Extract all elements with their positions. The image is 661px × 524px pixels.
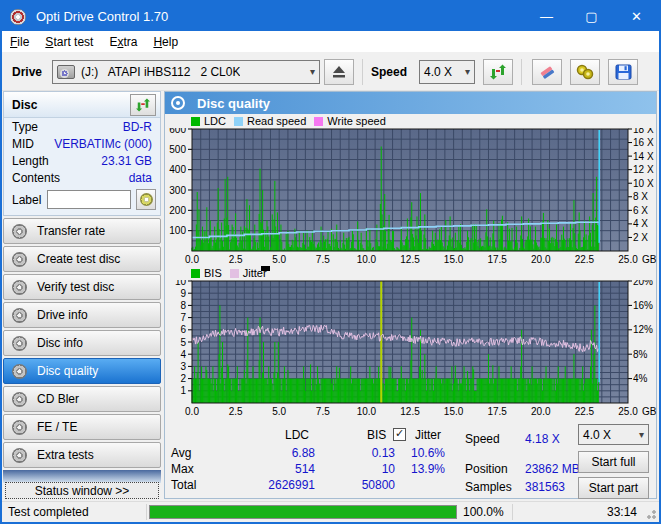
svg-text:8: 8 xyxy=(180,300,186,311)
drive-select-value: (J:) ATAPI iHBS112 2 CL0K xyxy=(81,65,240,79)
resize-grip[interactable] xyxy=(644,507,656,519)
disc-icon xyxy=(12,308,27,323)
refresh-arrows-icon xyxy=(136,98,150,112)
svg-text:1: 1 xyxy=(180,385,186,396)
sidebar-item-transfer-rate[interactable]: Transfer rate xyxy=(3,218,161,244)
avg-jitter: 10.6% xyxy=(385,446,445,460)
chevron-down-icon: ▾ xyxy=(459,66,470,77)
disc-icon xyxy=(12,224,27,239)
disc-icon xyxy=(12,448,27,463)
svg-text:200: 200 xyxy=(169,205,186,216)
ldc-legend-swatch xyxy=(191,117,200,126)
app-window: Opti Drive Control 1.70 — ▢ ✕ File Start… xyxy=(0,0,661,524)
drive-select[interactable]: (J:) ATAPI iHBS112 2 CL0K ▾ xyxy=(52,60,320,84)
read-speed-legend-swatch xyxy=(234,117,243,126)
sidebar-item-extra-tests[interactable]: Extra tests xyxy=(3,442,161,468)
save-button[interactable] xyxy=(608,59,638,85)
menu-file[interactable]: File xyxy=(2,32,37,52)
disc-icon xyxy=(171,96,185,110)
sidebar-item-drive-info[interactable]: Drive info xyxy=(3,302,161,328)
jitter-checkbox[interactable] xyxy=(393,428,406,441)
legend-artifact-marker xyxy=(261,266,270,271)
sidebar-item-disc-info[interactable]: Disc info xyxy=(3,330,161,356)
sidebar-item-disc-quality[interactable]: Disc quality xyxy=(3,358,161,384)
svg-text:12%: 12% xyxy=(633,324,653,335)
disc-panel-title: Disc xyxy=(12,98,130,112)
sidebar-item-cd-bler[interactable]: CD Bler xyxy=(3,386,161,412)
svg-text:2 X: 2 X xyxy=(633,232,648,243)
progress-bar-fill xyxy=(150,506,456,518)
jitter-column-header: Jitter xyxy=(415,428,441,442)
speed-select-value: 4.0 X xyxy=(424,65,452,79)
sidebar-item-fe-te[interactable]: FE / TE xyxy=(3,414,161,440)
write-label-button[interactable] xyxy=(136,189,156,210)
disc-mid-label: MID xyxy=(12,137,34,151)
close-button[interactable]: ✕ xyxy=(614,2,659,31)
svg-text:2.5: 2.5 xyxy=(229,406,243,417)
svg-text:600: 600 xyxy=(169,128,186,135)
bis-legend-label: BIS xyxy=(204,267,222,279)
svg-text:8%: 8% xyxy=(633,349,648,360)
menu-help[interactable]: Help xyxy=(145,32,186,52)
rescan-disc-button[interactable] xyxy=(130,94,156,116)
panel-title: Disc quality xyxy=(197,96,270,111)
minimize-button[interactable]: — xyxy=(524,2,569,31)
disc-type-label: Type xyxy=(12,120,38,134)
eject-icon xyxy=(331,65,347,79)
disc-length-label: Length xyxy=(12,154,49,168)
disc-label-input[interactable] xyxy=(47,190,131,209)
svg-text:20%: 20% xyxy=(633,280,653,287)
refresh-arrows-icon xyxy=(490,64,506,80)
svg-text:17.5: 17.5 xyxy=(487,406,507,417)
menu-start-test[interactable]: Start test xyxy=(37,32,101,52)
sidebar-item-verify-test-disc[interactable]: Verify test disc xyxy=(3,274,161,300)
svg-text:10.0: 10.0 xyxy=(357,406,377,417)
svg-text:0.0: 0.0 xyxy=(185,406,199,417)
max-row-label: Max xyxy=(171,462,194,476)
disc-icon xyxy=(140,193,153,206)
sidebar-item-create-test-disc[interactable]: Create test disc xyxy=(3,246,161,272)
svg-text:18 X: 18 X xyxy=(633,128,654,135)
write-speed-legend-swatch xyxy=(314,117,323,126)
toolbar-separator xyxy=(362,59,363,85)
eject-button[interactable] xyxy=(324,59,354,85)
extra-tools-button[interactable] xyxy=(570,59,600,85)
svg-text:100: 100 xyxy=(169,225,186,236)
maximize-button[interactable]: ▢ xyxy=(569,2,614,31)
menu-extra[interactable]: Extra xyxy=(101,32,145,52)
svg-text:5.0: 5.0 xyxy=(272,254,286,265)
svg-text:22.5: 22.5 xyxy=(575,406,595,417)
svg-text:10.0: 10.0 xyxy=(357,254,377,265)
max-ldc: 514 xyxy=(223,462,315,476)
refresh-speeds-button[interactable] xyxy=(483,59,513,85)
disc-contents-value[interactable]: data xyxy=(129,171,152,185)
eraser-icon xyxy=(538,64,556,80)
toolbar-separator xyxy=(521,59,522,85)
elapsed-time: 33:14 xyxy=(607,505,637,519)
svg-text:5: 5 xyxy=(180,337,186,348)
statusbar-separator xyxy=(512,504,513,520)
svg-text:25.0: 25.0 xyxy=(618,254,638,265)
speed-select-bottom[interactable]: 4.0 X ▾ xyxy=(578,424,649,445)
status-window-button[interactable]: Status window >> xyxy=(5,482,159,499)
disc-icon xyxy=(12,392,27,407)
erase-disc-button[interactable] xyxy=(532,59,562,85)
svg-text:12.5: 12.5 xyxy=(400,254,420,265)
svg-text:0.0: 0.0 xyxy=(185,254,199,265)
svg-text:16%: 16% xyxy=(633,300,653,311)
disc-length-row: Length 23.31 GB xyxy=(4,152,160,169)
start-full-button[interactable]: Start full xyxy=(578,451,649,473)
ldc-column-header: LDC xyxy=(285,428,309,442)
start-part-button[interactable]: Start part xyxy=(578,477,649,499)
sidebar: Disc Type BD-R MID VERBATIMc (0 xyxy=(3,91,161,501)
svg-text:6: 6 xyxy=(180,324,186,335)
disc-type-value: BD-R xyxy=(123,120,152,134)
speed-label: Speed xyxy=(371,65,407,79)
title-bar: Opti Drive Control 1.70 — ▢ ✕ xyxy=(2,2,659,31)
svg-text:4: 4 xyxy=(180,349,186,360)
svg-text:12.5: 12.5 xyxy=(400,406,420,417)
position-value: 23862 MB xyxy=(525,462,580,476)
speed-select[interactable]: 4.0 X ▾ xyxy=(419,60,475,84)
disc-icon xyxy=(12,280,27,295)
chevron-down-icon: ▾ xyxy=(304,66,315,77)
